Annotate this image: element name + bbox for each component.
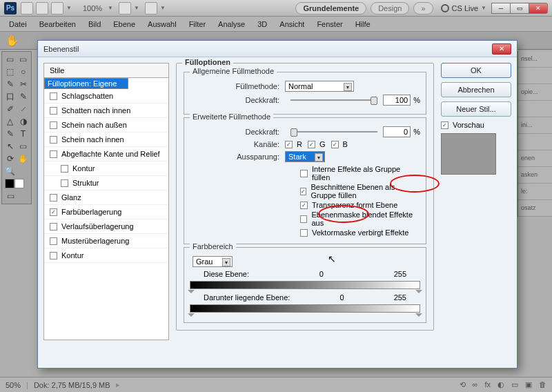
style-row[interactable]: Fülloptionen: Eigene — [44, 78, 128, 89]
style-checkbox[interactable] — [61, 179, 68, 187]
sb-icon[interactable]: fx — [484, 380, 491, 389]
dialog-titlebar[interactable]: Ebenenstil ✕ — [38, 41, 517, 57]
adv-option-checkbox[interactable] — [300, 215, 307, 223]
style-row[interactable]: Kontur — [44, 161, 168, 176]
menu-filter[interactable]: Filter — [183, 18, 212, 30]
sb-icon[interactable]: ∞ — [473, 380, 478, 389]
blendif-under-slider[interactable] — [190, 304, 420, 313]
tool[interactable]: ⬚ — [3, 66, 17, 78]
workspace-grundelemente[interactable]: Grundelemente — [295, 2, 366, 14]
style-checkbox[interactable] — [50, 194, 57, 202]
sb-icon[interactable]: ◐ — [497, 380, 504, 389]
style-row[interactable]: Schein nach außen — [44, 118, 168, 133]
channel-g-checkbox[interactable] — [308, 141, 315, 148]
titlebar-icon[interactable] — [36, 2, 48, 14]
style-row[interactable]: Schein nach innen — [44, 133, 168, 147]
tool[interactable]: ◑ — [17, 115, 30, 128]
sb-icon[interactable]: ▭ — [511, 380, 518, 389]
tool[interactable]: ✎ — [3, 128, 17, 140]
panel-tab[interactable]: opie... — [518, 84, 552, 101]
tool[interactable]: ✂ — [17, 78, 30, 90]
knockout-select[interactable]: Stark▼ — [285, 151, 325, 162]
blendif-this-slider[interactable] — [190, 281, 420, 289]
adv-option-checkbox[interactable] — [300, 188, 306, 195]
opacity-slider[interactable] — [290, 95, 377, 105]
blendif-channel-select[interactable]: Grau▼ — [193, 256, 233, 267]
fill-opacity-input[interactable]: 0 — [383, 126, 411, 137]
style-checkbox[interactable] — [61, 165, 68, 173]
panel-tab[interactable]: asken — [518, 167, 552, 184]
style-row[interactable]: Musterüberlagerung — [44, 234, 168, 248]
tool[interactable]: T — [17, 128, 30, 140]
sb-icon[interactable]: ⟲ — [460, 380, 466, 389]
tool[interactable]: ✋ — [17, 153, 30, 165]
style-checkbox[interactable] — [50, 136, 57, 144]
titlebar-icon[interactable] — [145, 2, 157, 14]
style-row[interactable]: Farbüberlagerung — [44, 205, 168, 219]
channel-b-checkbox[interactable] — [331, 141, 339, 148]
style-row[interactable]: Schlagschatten — [44, 89, 168, 104]
cancel-button[interactable]: Abbrechen — [441, 82, 511, 97]
tool[interactable]: ✎ — [3, 78, 17, 90]
style-row[interactable]: Struktur — [44, 176, 168, 190]
panel-tab[interactable]: le: — [518, 184, 552, 200]
style-row[interactable]: Kontur — [44, 248, 168, 263]
panel-tab[interactable] — [518, 101, 552, 117]
titlebar-icon[interactable] — [21, 2, 33, 14]
adv-option-checkbox[interactable] — [300, 170, 308, 177]
tool[interactable] — [17, 165, 30, 177]
menu-analyse[interactable]: Analyse — [212, 18, 251, 30]
menu-ebene[interactable]: Ebene — [107, 18, 141, 30]
titlebar-icon[interactable] — [51, 2, 63, 14]
style-row[interactable]: Abgeflachte Kante und Relief — [44, 147, 168, 161]
menu-fenster[interactable]: Fenster — [310, 18, 348, 30]
maximize-button[interactable]: ▭ — [510, 3, 529, 14]
menu-datei[interactable]: Datei — [3, 18, 33, 30]
new-style-button[interactable]: Neuer Stil... — [441, 101, 511, 117]
panel-tab[interactable]: ini... — [518, 117, 552, 134]
tool[interactable]: ▭ — [17, 140, 30, 153]
quickmask[interactable]: ▭ — [3, 190, 17, 202]
style-row[interactable]: Schatten nach innen — [44, 104, 168, 118]
bg-swatch[interactable] — [14, 179, 24, 188]
tool[interactable]: ▭ — [17, 53, 30, 66]
panel-tab[interactable]: enen — [518, 150, 552, 167]
menu-3d[interactable]: 3D — [251, 18, 273, 30]
menu-hilfe[interactable]: Hilfe — [349, 18, 377, 30]
style-checkbox[interactable] — [50, 208, 57, 216]
minimize-button[interactable]: ─ — [491, 3, 511, 14]
style-checkbox[interactable] — [50, 223, 57, 231]
sb-icon[interactable]: ▣ — [525, 380, 532, 389]
menu-ansicht[interactable]: Ansicht — [273, 18, 310, 30]
menu-bearbeiten[interactable]: Bearbeiten — [33, 18, 82, 30]
tool[interactable]: ▭ — [3, 53, 17, 66]
dialog-close-button[interactable]: ✕ — [492, 43, 511, 55]
tool[interactable]: ↖ — [3, 140, 17, 153]
preview-checkbox[interactable] — [441, 121, 448, 129]
blend-mode-select[interactable]: Normal▼ — [285, 81, 354, 92]
style-checkbox[interactable] — [50, 252, 57, 259]
workspace-design[interactable]: Design — [371, 2, 409, 14]
panel-tab[interactable] — [518, 68, 552, 84]
style-checkbox[interactable] — [50, 121, 57, 129]
close-button[interactable]: ✕ — [529, 3, 548, 14]
fill-opacity-slider[interactable] — [290, 127, 377, 137]
fg-swatch[interactable] — [5, 179, 14, 188]
style-checkbox[interactable] — [50, 150, 57, 158]
adv-option-checkbox[interactable] — [300, 229, 308, 237]
style-checkbox[interactable] — [50, 92, 57, 100]
menu-bild[interactable]: Bild — [82, 18, 107, 30]
zoom-level[interactable]: 100% — [83, 4, 102, 12]
tool[interactable]: ⟳ — [3, 153, 17, 165]
sb-icon[interactable]: 🗑 — [539, 380, 546, 389]
tool[interactable]: ✎ — [17, 90, 30, 103]
panel-tab[interactable] — [518, 134, 552, 150]
style-checkbox[interactable] — [50, 237, 57, 245]
tool[interactable]: ⟋ — [17, 103, 30, 115]
menu-auswahl[interactable]: Auswahl — [141, 18, 183, 30]
panel-tab[interactable]: nsel... — [518, 51, 552, 68]
status-zoom[interactable]: 50% — [6, 381, 21, 389]
cslive-button[interactable]: CS Live▼ — [441, 4, 492, 12]
opacity-input[interactable]: 100 — [383, 95, 411, 106]
style-checkbox[interactable] — [50, 107, 57, 115]
